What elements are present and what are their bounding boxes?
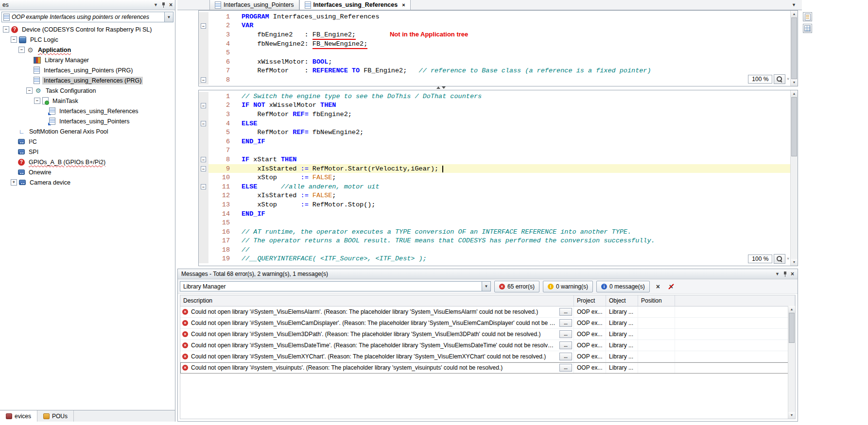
code-line[interactable]: 10 xStop := FALSE; — [199, 173, 798, 182]
fold-toggle-icon[interactable]: − — [201, 23, 206, 29]
panel-dropdown-icon[interactable]: ▼ — [775, 271, 780, 277]
fold-toggle-icon[interactable]: − — [201, 166, 206, 171]
scroll-down-icon[interactable]: ▼ — [788, 412, 795, 419]
editor-splitter[interactable] — [198, 86, 798, 90]
scrollbar-thumb[interactable] — [789, 313, 795, 343]
code-line[interactable]: 7 — [199, 146, 798, 155]
tree-item[interactable]: −?Device (CODESYS Control for Raspberry … — [0, 24, 175, 34]
code-line[interactable]: 16// AT runtime, the operator executes a… — [199, 227, 798, 237]
code-line[interactable]: 3 RefMotor REF= fbEngine2; — [199, 110, 798, 119]
code-line[interactable]: −8IF xStart THEN — [199, 155, 798, 164]
panel-dropdown-icon[interactable]: ▼ — [154, 2, 158, 8]
tree-item[interactable]: Interfaces_using_References — [0, 106, 175, 116]
tree-expander-icon[interactable]: − — [18, 47, 25, 53]
tree-item[interactable]: −PLC Logic — [0, 34, 175, 45]
code-line[interactable]: 5 — [199, 48, 798, 57]
code-line[interactable]: 1// Switch the engine type to see the Do… — [199, 92, 798, 101]
tree-expander-icon[interactable]: − — [34, 98, 40, 104]
scroll-up-icon[interactable]: ▲ — [788, 306, 795, 313]
tree-item[interactable]: Library Manager — [0, 55, 175, 65]
code-line[interactable]: 1PROGRAM Interfaces_using_References — [199, 12, 798, 21]
scroll-down-icon[interactable]: ▼ — [791, 79, 798, 86]
tree-item[interactable]: Interfaces_using_Pointers (PRG) — [0, 65, 175, 75]
code-line[interactable]: −2VAR — [199, 21, 798, 31]
code-line[interactable]: 17// The operator returns a BOOL result.… — [199, 237, 798, 246]
tree-item[interactable]: +Camera device — [0, 177, 175, 187]
tree-item[interactable]: Onewire — [0, 167, 175, 177]
fold-toggle-icon[interactable]: − — [201, 77, 206, 83]
tree-item[interactable]: ∟SoftMotion General Axis Pool — [0, 126, 175, 136]
splitter-handle-icon[interactable] — [436, 86, 446, 89]
tree-expander-icon[interactable]: − — [11, 36, 17, 43]
messages-scrollbar[interactable]: ▲ ▼ — [788, 306, 795, 419]
tree-item[interactable]: Interfaces_using_Pointers — [0, 116, 175, 126]
bottom-tab-pous[interactable]: POUs — [37, 410, 74, 422]
scrollbar-thumb[interactable] — [791, 17, 797, 79]
implementation-editor[interactable]: 1// Switch the engine type to see the Do… — [198, 90, 798, 266]
code-line[interactable]: 14END_IF — [199, 209, 798, 219]
scroll-down-icon[interactable]: ▼ — [791, 259, 798, 266]
declaration-editor[interactable]: 1PROGRAM Interfaces_using_References−2VA… — [198, 10, 798, 86]
details-button[interactable]: ... — [559, 330, 572, 338]
details-button[interactable]: ... — [559, 341, 572, 349]
message-category-combobox[interactable]: Library Manager ▼ — [180, 281, 491, 291]
column-header-project[interactable]: Project — [574, 295, 606, 306]
code-line[interactable]: 6END_IF — [199, 137, 798, 146]
fold-toggle-icon[interactable]: − — [201, 157, 206, 162]
tree-item[interactable]: I²C — [0, 136, 175, 147]
details-button[interactable]: ... — [559, 308, 572, 316]
project-root-combobox[interactable]: OOP example Interfaces using pointers or… — [1, 12, 174, 22]
tree-item[interactable]: Interfaces_using_References (PRG) — [0, 75, 175, 85]
details-button[interactable]: ... — [559, 353, 572, 360]
code-line[interactable]: 3 fbEngine2 : FB_Engine2;Not in the Appl… — [199, 30, 798, 39]
messages-filter-button[interactable]: i 0 message(s) — [596, 281, 650, 292]
pin-icon[interactable] — [783, 271, 787, 277]
zoom-chevron-icon[interactable]: ˅ — [787, 256, 789, 261]
code-line[interactable]: 12 xIsStarted := FALSE; — [199, 191, 798, 201]
code-line[interactable]: −11ELSE //alle anderen, motor uit — [199, 182, 798, 191]
chevron-down-icon[interactable]: ▼ — [482, 282, 490, 291]
code-line[interactable]: 19//__QUERYINTERFACE( <ITF_Source>, <ITF… — [199, 255, 798, 264]
details-button[interactable]: ... — [559, 319, 572, 327]
code-line[interactable]: 6 xWisselMotor: BOOL; — [199, 57, 798, 67]
close-icon[interactable]: × — [791, 271, 794, 277]
tree-expander-icon[interactable]: − — [26, 87, 33, 94]
code-line[interactable]: 15 — [199, 218, 798, 227]
tree-item[interactable]: ?GPIOs_A_B (GPIOs B+/Pi2) — [0, 157, 175, 167]
zoom-level[interactable]: 100 % — [748, 75, 772, 84]
zoom-level[interactable]: 100 % — [748, 255, 772, 263]
code-line[interactable]: −8 — [199, 75, 798, 85]
message-row[interactable]: ×Could not open library '#System_VisuEle… — [180, 306, 795, 318]
warnings-filter-button[interactable]: ! 0 warning(s) — [543, 281, 593, 292]
pin-icon[interactable] — [161, 2, 166, 8]
message-row[interactable]: ×Could not open library '#System_VisuEle… — [180, 340, 795, 351]
code-line[interactable]: 4 fbNewEngine2: FB_NewEngine2; — [199, 39, 798, 49]
editor-tab[interactable]: Interfaces_using_Pointers — [209, 0, 299, 10]
scroll-up-icon[interactable]: ▲ — [791, 11, 798, 17]
code-line[interactable]: 13 xStop := RefMotor.Stop(); — [199, 200, 798, 209]
bottom-tab-evices[interactable]: evices — [0, 410, 37, 422]
close-icon[interactable]: × — [169, 1, 173, 8]
message-row[interactable]: ×Could not open library '#System_VisuEle… — [180, 318, 795, 329]
tree-item[interactable]: −⚙Task Configuration — [0, 85, 175, 96]
column-header-description[interactable]: Description — [180, 295, 574, 306]
delete-all-messages-button[interactable]: × — [666, 282, 676, 291]
tabular-view-button[interactable] — [803, 24, 812, 33]
implementation-scrollbar[interactable]: ▲ ▼ — [790, 90, 798, 266]
chevron-down-icon[interactable]: ▼ — [164, 12, 173, 22]
declaration-scrollbar[interactable]: ▲ ▼ — [790, 11, 798, 86]
clear-messages-button[interactable]: × — [653, 282, 663, 291]
tree-expander-icon[interactable]: − — [3, 26, 9, 33]
zoom-chevron-icon[interactable]: ˅ — [787, 77, 789, 81]
code-line[interactable]: 18// — [199, 245, 798, 255]
editor-tab[interactable]: Interfaces_using_References× — [299, 0, 411, 10]
code-line[interactable]: 5 RefMotor REF= fbNewEngine2; — [199, 128, 798, 137]
code-line[interactable]: −9 xIsStarted := RefMotor.Start(rVelocit… — [199, 164, 798, 173]
scrollbar-thumb[interactable] — [791, 97, 797, 156]
fold-toggle-icon[interactable]: − — [201, 103, 206, 108]
fold-toggle-icon[interactable]: − — [201, 184, 206, 189]
message-row[interactable]: ×Could not open library '#system_visuinp… — [180, 362, 795, 374]
tree-item[interactable]: −⚙Application — [0, 45, 175, 55]
tree-item[interactable]: SPI — [0, 147, 175, 157]
magnifier-icon[interactable] — [774, 74, 785, 84]
